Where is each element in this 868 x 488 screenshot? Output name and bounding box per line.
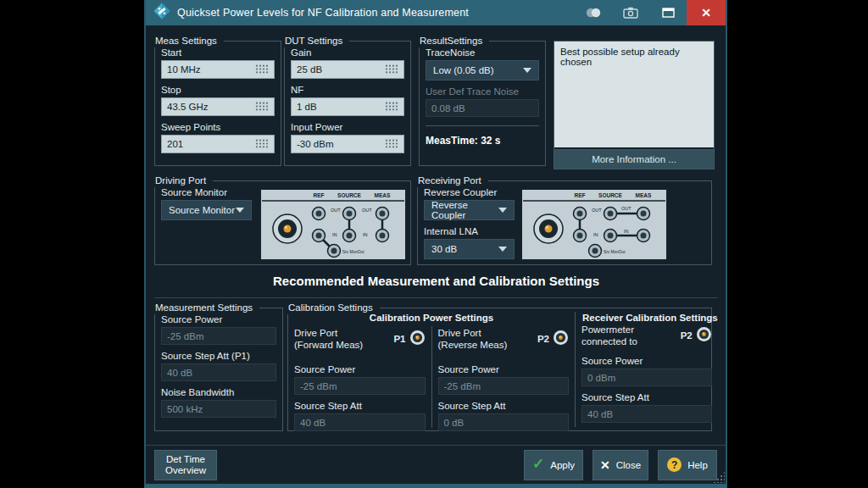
group-title: Receiving Port	[417, 175, 488, 187]
svg-text:REF: REF	[314, 192, 325, 198]
window-title: Quickset Power Levels for NF Calibration…	[177, 7, 469, 19]
big-connector-icon	[534, 214, 563, 243]
receiver-calibration-column: Receiver Calibration Settings Powermeter…	[576, 308, 718, 430]
user-def-trace-noise-value: 0.08 dB	[431, 103, 465, 114]
cal-step-att-value: 0 dB	[438, 413, 570, 431]
group-title: Measurement Settings	[154, 302, 259, 314]
user-def-trace-noise-field: 0.08 dB	[426, 99, 539, 117]
svg-text:MEAS: MEAS	[375, 192, 391, 198]
keypad-icon	[255, 102, 269, 113]
source-monitor-label: Source Monitor	[161, 187, 252, 197]
sweep-points-input[interactable]: 201	[161, 135, 275, 153]
gain-label: Gain	[291, 47, 404, 58]
source-power-label: Source Power	[161, 314, 276, 324]
big-connector-icon	[273, 214, 302, 243]
det-time-overview-button[interactable]: Det Time Overview	[154, 450, 217, 480]
stop-label: Stop	[161, 85, 275, 95]
camera-icon[interactable]	[612, 0, 649, 25]
svg-text:REF: REF	[575, 192, 586, 198]
drive-port-forward-label: Drive Port (Forward Meas)	[294, 327, 363, 351]
source-monitor-dropdown[interactable]: Source Monitor	[161, 200, 252, 220]
stop-input[interactable]: 43.5 GHz	[161, 97, 275, 116]
nf-input[interactable]: 1 dB	[291, 97, 404, 116]
port-p2-label: P2	[537, 334, 549, 344]
close-icon[interactable]: ✕	[687, 0, 726, 25]
user-def-trace-noise-label: User Def Trace Noise	[426, 86, 539, 97]
chevron-down-icon	[498, 208, 507, 213]
group-title: Driving Port	[154, 175, 213, 187]
trace-noise-value: Low (0.05 dB)	[433, 65, 494, 75]
question-icon: ?	[667, 458, 682, 472]
port-p2-label: P2	[681, 330, 693, 341]
info-message: Best possible setup already chosen	[554, 42, 714, 147]
meas-time-text: MeasTime: 32 s	[426, 135, 539, 147]
svg-text:OUT: OUT	[621, 206, 632, 211]
close-button[interactable]: ✕ Close	[593, 450, 648, 480]
drive-port-reverse-label: Drive Port (Reverse Meas)	[438, 327, 508, 351]
input-power-value: -30 dBm	[297, 139, 333, 149]
reverse-coupler-label: Reverse Coupler	[424, 187, 515, 197]
cal-source-power-value: -25 dBm	[438, 377, 570, 395]
gain-input[interactable]: 25 dB	[291, 60, 404, 79]
svg-text:OUT: OUT	[362, 208, 372, 213]
recommended-heading: Recommended Measurement and Calibration …	[154, 274, 718, 288]
gain-value: 25 dB	[297, 64, 322, 75]
svg-text:IN: IN	[363, 232, 368, 237]
source-step-att-value: 40 dB	[161, 363, 276, 381]
input-power-label: Input Power	[291, 122, 404, 132]
measurement-settings-group: Measurement Settings Source Power -25 dB…	[154, 308, 283, 431]
svg-text:MEAS: MEAS	[636, 192, 652, 198]
receiver-calibration-header: Receiver Calibration Settings	[582, 313, 718, 323]
noise-bandwidth-value: 500 kHz	[161, 400, 276, 418]
source-power-value: -25 dBm	[161, 327, 276, 345]
svg-text:SOURCE: SOURCE	[337, 192, 361, 198]
rcv-source-power-label: Source Power	[581, 356, 712, 366]
cal-step-att-label: Source Step Att	[438, 401, 570, 411]
start-label: Start	[161, 47, 275, 58]
meas-settings-group: Meas Settings Start 10 MHz Stop 43.5 GHz…	[154, 41, 281, 166]
reverse-meas-column: Drive Port (Reverse Meas) P2 Sou	[432, 323, 576, 431]
section-divider	[154, 297, 718, 298]
chevron-down-icon	[523, 68, 531, 73]
keypad-icon	[255, 64, 269, 75]
keypad-icon	[385, 64, 398, 75]
internal-lna-label: Internal LNA	[424, 226, 515, 236]
port-connector-icon	[696, 326, 712, 346]
more-information-button[interactable]: More Information ...	[554, 149, 714, 169]
input-power-input[interactable]: -30 dBm	[291, 135, 404, 153]
svg-text:OUT: OUT	[592, 208, 602, 213]
group-title: DUT Settings	[284, 35, 349, 47]
source-step-att-label: Source Step Att (P1)	[161, 351, 276, 361]
help-button[interactable]: ? Help	[658, 450, 717, 480]
group-title: Meas Settings	[154, 35, 224, 47]
rs-logo-icon	[153, 3, 170, 23]
trace-noise-label: TraceNoise	[426, 47, 539, 58]
receiving-port-diagram: REF SOURCE MEAS OUT OUT IN IN	[520, 188, 668, 264]
svg-text:IN: IN	[332, 232, 337, 237]
footer-bar: Det Time Overview ✓ Apply ✕ Close ? Help	[146, 445, 726, 484]
reverse-coupler-value: Reverse Coupler	[431, 200, 498, 220]
trace-noise-dropdown[interactable]: Low (0.05 dB)	[426, 60, 539, 80]
source-monitor-value: Source Monitor	[169, 205, 235, 215]
cal-source-power-label: Source Power	[438, 364, 570, 374]
internal-lna-value: 30 dB	[431, 244, 457, 254]
powermeter-connected-label: Powermeter connected to	[581, 324, 637, 347]
cal-step-att-value: 40 dB	[294, 413, 426, 431]
dut-settings-group: DUT Settings Gain 25 dB NF 1 dB Input Po…	[284, 41, 411, 166]
rcv-source-power-value: 0 dBm	[581, 369, 712, 386]
group-title: ResultSettings	[419, 35, 489, 47]
reverse-coupler-dropdown[interactable]: Reverse Coupler	[424, 200, 515, 220]
internal-lna-dropdown[interactable]: 30 dB	[424, 239, 515, 259]
result-separator	[426, 125, 539, 126]
noise-bandwidth-label: Noise Bandwidth	[161, 387, 276, 397]
start-input[interactable]: 10 MHz	[161, 60, 275, 79]
info-panel: Best possible setup already chosen More …	[554, 41, 715, 169]
sweep-points-label: Sweep Points	[161, 122, 275, 132]
keypad-icon	[385, 139, 398, 150]
forward-meas-column: Drive Port (Forward Meas) P1 Sou	[288, 323, 431, 431]
maximize-icon[interactable]	[649, 0, 687, 25]
cal-source-power-value: -25 dBm	[294, 377, 426, 395]
svg-text:Src MonOut: Src MonOut	[342, 250, 364, 254]
display-toggle-icon[interactable]	[575, 0, 612, 25]
apply-button[interactable]: ✓ Apply	[524, 450, 583, 480]
